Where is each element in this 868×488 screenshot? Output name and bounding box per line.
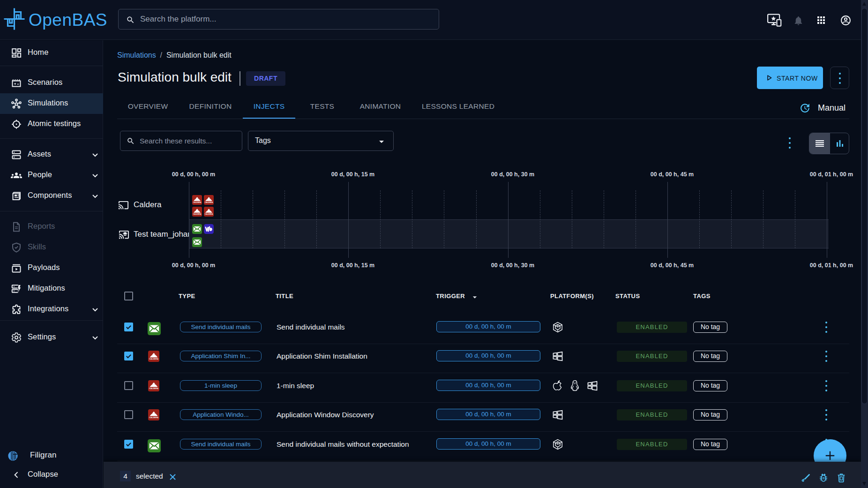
svg-text:CALDERA: CALDERA xyxy=(193,213,202,215)
svg-text:CALDERA: CALDERA xyxy=(149,416,158,419)
svg-text:CALDERA: CALDERA xyxy=(205,213,213,215)
svg-text:CALDERA: CALDERA xyxy=(205,202,213,203)
svg-text:CALDERA: CALDERA xyxy=(149,358,158,360)
svg-text:CALDERA: CALDERA xyxy=(149,387,158,390)
svg-text:CALDERA: CALDERA xyxy=(193,202,202,203)
